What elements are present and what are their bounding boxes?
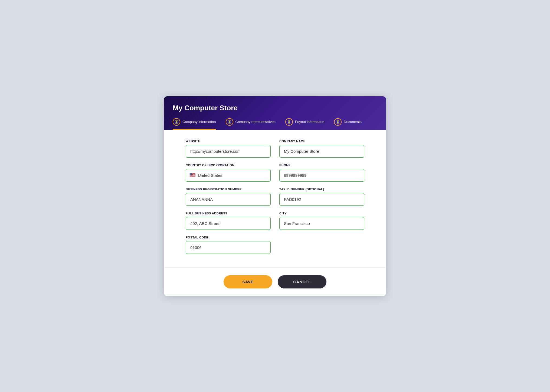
modal-container: My Computer Store ⏳ Company information … bbox=[164, 96, 386, 296]
field-business-reg: BUSINESS REGISTRATION NUMBER bbox=[186, 188, 271, 206]
tab-label-documents: Documents bbox=[344, 120, 362, 124]
phone-input[interactable] bbox=[279, 169, 364, 182]
company-name-input[interactable] bbox=[279, 145, 364, 158]
company-name-label: COMPANY NAME bbox=[279, 139, 364, 143]
header: My Computer Store ⏳ Company information … bbox=[164, 96, 386, 130]
tax-id-input[interactable] bbox=[279, 193, 364, 206]
field-company-name: COMPANY NAME bbox=[279, 139, 364, 158]
form-row-5: POSTAL CODE bbox=[186, 236, 364, 254]
field-tax-id: TAX ID NUMBER (OPTIONAL) bbox=[279, 188, 364, 206]
tab-bar: ⏳ Company information ⏳ Company represen… bbox=[173, 118, 377, 130]
tab-icon-company-representatives: ⏳ bbox=[226, 118, 233, 126]
field-postal: POSTAL CODE bbox=[186, 236, 271, 254]
tab-icon-payout-information: ⏳ bbox=[285, 118, 293, 126]
tax-id-label: TAX ID NUMBER (OPTIONAL) bbox=[279, 188, 364, 191]
field-website: WEBSITE bbox=[186, 139, 271, 158]
tab-payout-information[interactable]: ⏳ Payout information bbox=[285, 118, 324, 130]
city-input[interactable] bbox=[279, 217, 364, 230]
field-address: FULL BUSINESS ADDRESS bbox=[186, 212, 271, 230]
address-input[interactable] bbox=[186, 217, 271, 230]
form-row-4: FULL BUSINESS ADDRESS CITY bbox=[186, 212, 364, 230]
form-row-2: COUNTRY OF INCORPORATION 🇺🇸 PHONE bbox=[186, 164, 364, 182]
footer-buttons: SAVE CANCEL bbox=[164, 268, 386, 296]
postal-label: POSTAL CODE bbox=[186, 236, 271, 239]
save-button[interactable]: SAVE bbox=[224, 275, 272, 288]
tab-label-payout-information: Payout information bbox=[295, 120, 324, 124]
postal-input[interactable] bbox=[186, 241, 271, 254]
phone-label: PHONE bbox=[279, 164, 364, 167]
tab-documents[interactable]: ⏳ Documents bbox=[334, 118, 362, 130]
business-reg-label: BUSINESS REGISTRATION NUMBER bbox=[186, 188, 271, 191]
form-area: WEBSITE COMPANY NAME COUNTRY OF INCORPOR… bbox=[164, 130, 386, 267]
cancel-button[interactable]: CANCEL bbox=[278, 275, 326, 288]
tab-icon-company-information: ⏳ bbox=[173, 118, 180, 126]
website-label: WEBSITE bbox=[186, 139, 271, 143]
website-input[interactable] bbox=[186, 145, 271, 158]
country-input[interactable] bbox=[186, 169, 271, 182]
field-country: COUNTRY OF INCORPORATION 🇺🇸 bbox=[186, 164, 271, 182]
store-title: My Computer Store bbox=[173, 104, 377, 112]
tab-icon-documents: ⏳ bbox=[334, 118, 342, 126]
tab-company-representatives[interactable]: ⏳ Company representatives bbox=[226, 118, 276, 130]
form-row-3: BUSINESS REGISTRATION NUMBER TAX ID NUMB… bbox=[186, 188, 364, 206]
business-reg-input[interactable] bbox=[186, 193, 271, 206]
city-label: CITY bbox=[279, 212, 364, 215]
tab-label-company-representatives: Company representatives bbox=[235, 120, 276, 124]
form-row-1: WEBSITE COMPANY NAME bbox=[186, 139, 364, 158]
field-phone: PHONE bbox=[279, 164, 364, 182]
tab-label-company-information: Company information bbox=[182, 120, 216, 124]
field-placeholder-empty bbox=[279, 236, 364, 254]
field-city: CITY bbox=[279, 212, 364, 230]
country-label: COUNTRY OF INCORPORATION bbox=[186, 164, 271, 167]
address-label: FULL BUSINESS ADDRESS bbox=[186, 212, 271, 215]
country-input-wrap: 🇺🇸 bbox=[186, 169, 271, 182]
tab-company-information[interactable]: ⏳ Company information bbox=[173, 118, 216, 130]
